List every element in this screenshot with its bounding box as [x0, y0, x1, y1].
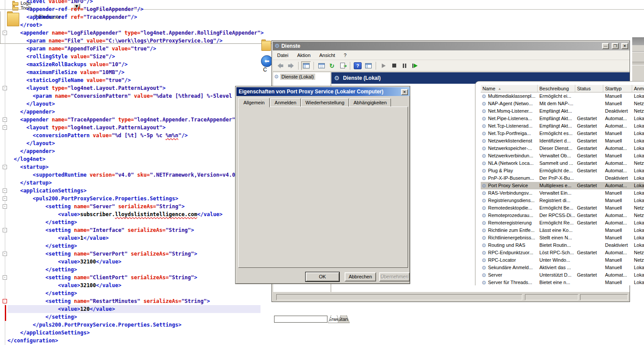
table-row[interactable]: ⚙Multimediaklassenpl...Ermöglicht ei...M… — [481, 92, 644, 100]
show-console-tree-button[interactable] — [301, 61, 311, 70]
fold-collapse-icon[interactable]: - — [3, 252, 7, 256]
fold-collapse-icon[interactable]: - — [3, 204, 7, 209]
start-service-button[interactable] — [379, 61, 388, 70]
abbrechen-button[interactable]: Abbrechen — [345, 272, 376, 281]
pause-service-button[interactable] — [400, 61, 409, 70]
window-titlebar[interactable]: ⚙ Dienste — ❐ ✕ — [273, 42, 630, 50]
table-row[interactable]: ⚙Richtlinie zum Entfe...Lässt eine Ko...… — [481, 227, 644, 234]
code-line[interactable]: <level value="INFO"/> — [1, 0, 327, 5]
fold-collapse-icon[interactable]: - — [3, 165, 7, 169]
table-row[interactable]: ⚙Registrierungsdiens...Registriert di...… — [481, 197, 644, 204]
properties-button[interactable] — [317, 61, 326, 70]
column-header-beschreibung[interactable]: Beschreibung — [538, 85, 575, 92]
fold-collapse-icon[interactable]: - — [3, 275, 7, 280]
tab-wiederherstellung[interactable]: Wiederherstellung — [301, 98, 349, 107]
details-header-title: Dienste (Lokal) — [343, 75, 381, 81]
menu-ansicht[interactable]: Ansicht — [315, 51, 339, 59]
forward-button[interactable] — [286, 61, 296, 70]
bottom-left-input[interactable] — [274, 316, 327, 323]
tab-standard[interactable]: Standard — [338, 315, 350, 323]
fold-collapse-icon[interactable]: - — [3, 189, 7, 193]
table-row[interactable]: ⚙Net.Tcp-Listenerad...Empfängt Akt...Ges… — [481, 122, 644, 130]
fold-collapse-icon[interactable]: - — [3, 125, 7, 130]
change-marker — [5, 313, 6, 321]
table-cell: Manuell — [603, 197, 632, 204]
table-row[interactable]: ⚙NLA (Network Loca...Sammelt und ...Gest… — [481, 160, 644, 167]
table-row[interactable]: ⚙Port Proxy ServiceMultiplexes e...Gesta… — [481, 182, 644, 189]
fold-collapse-icon[interactable]: - — [3, 117, 7, 122]
menu-hilfe[interactable]: ? — [339, 51, 351, 59]
table-row[interactable]: ⚙Plug & PlayErmöglicht de...GestartetAut… — [481, 167, 644, 174]
code-line[interactable]: - <appender name="LogFileAppender" type=… — [1, 29, 327, 37]
table-row[interactable]: ⚙RemoteregistrierungErmöglicht Re...Gest… — [481, 219, 644, 227]
close-button[interactable]: ✕ — [621, 43, 628, 49]
column-header-name[interactable]: Name▲ — [481, 85, 538, 92]
table-cell: Automat... — [603, 212, 632, 219]
restart-service-button[interactable] — [410, 61, 420, 70]
table-row[interactable]: ⚙Sekundäre Anmeld...Aktiviert das ...Man… — [481, 264, 644, 271]
uebernehmen-button[interactable]: Übernehmen — [379, 272, 410, 281]
table-cell — [575, 242, 603, 249]
table-row[interactable]: ⚙ServerUnterstützt D...GestartetAutomat.… — [481, 271, 644, 279]
column-header-status[interactable]: Status — [575, 85, 603, 92]
tree-item-dienste-lokal[interactable]: ⚙ Dienste (Lokal) — [273, 72, 331, 81]
stop-service-button[interactable] — [389, 61, 399, 70]
fold-collapse-icon[interactable]: - — [3, 228, 7, 232]
table-row[interactable]: ⚙Remotedesktopdie...Ermöglicht Be...Gest… — [481, 204, 644, 212]
table-row[interactable]: ⚙Netzwerkspeicher-...Dieser Dienst...Ges… — [481, 145, 644, 152]
table-row[interactable]: ⚙PnP-X-IP-Busenum...Der PnP-X-Bu...Deakt… — [481, 174, 644, 182]
table-row[interactable]: ⚙Richtlinienergebniss...Stellt einen N..… — [481, 234, 644, 242]
table-row[interactable]: ⚙RAS-Verbindungsv...Verwaltet Ein...Manu… — [481, 189, 644, 197]
name-cell: ⚙Multimediaklassenpl... — [481, 92, 538, 100]
fold-collapse-icon[interactable]: - — [3, 196, 7, 201]
tab-allgemein[interactable]: Allgemein — [238, 98, 270, 107]
code-line[interactable]: <appender-ref ref="TraceAppender"/> — [1, 13, 327, 21]
code-line[interactable]: </configuration> — [1, 337, 327, 345]
table-row[interactable]: ⚙Net.Msmq-Listener...Empfängt Akt...Deak… — [481, 107, 644, 115]
service-name: Net.Pipe-Listenera... — [488, 115, 532, 122]
table-row[interactable]: ⚙Netzwerkverbindun...Verwaltet Ob...Gest… — [481, 152, 644, 160]
table-row[interactable]: ⚙Remoteprozedurau...Der RPCSS-Di...Gesta… — [481, 212, 644, 219]
table-row[interactable]: ⚙Routing und RASBietet Routin...Deaktivi… — [481, 242, 644, 249]
menu-datei[interactable]: Datei — [273, 51, 293, 59]
tab-anmelden[interactable]: Anmelden — [270, 98, 301, 107]
explorer-back-button[interactable]: ⬅ — [261, 55, 273, 67]
export-list-button[interactable]: ➜ — [338, 61, 347, 70]
back-button[interactable] — [275, 61, 285, 70]
code-line[interactable]: <value>120</value> — [1, 305, 327, 313]
table-row[interactable]: ⚙RPC-LocatorUnter Windo...ManuellNetzwer… — [481, 256, 644, 264]
code-line[interactable]: </applicationSettings> — [1, 329, 327, 337]
fold-collapse-icon[interactable]: - — [3, 299, 7, 303]
menu-aktion[interactable]: Aktion — [293, 51, 315, 59]
code-line[interactable]: </root> — [1, 21, 327, 29]
table-cell: Multiplexes e... — [538, 182, 575, 189]
help-button[interactable]: ? — [353, 61, 362, 70]
table-row[interactable]: ⚙Net.Pipe-Listenera...Empfängt Akt...Ges… — [481, 115, 644, 122]
fold-collapse-icon[interactable]: - — [3, 31, 7, 35]
service-gear-icon: ⚙ — [482, 273, 486, 278]
tab-abhaengigkeiten[interactable]: Abhängigkeiten — [349, 98, 391, 107]
name-cell: ⚙Richtlinienergebniss... — [481, 234, 538, 242]
table-cell: Automat... — [603, 182, 632, 189]
toolbar: ↻ ➜ ? — [273, 60, 630, 71]
table-row[interactable]: ⚙Net.Tcp-Portfreiga...Ermöglicht es...Ge… — [481, 130, 644, 137]
column-header-anmelden-als[interactable]: Anmelden als — [632, 85, 644, 92]
extended-view-button[interactable] — [363, 61, 373, 70]
ok-button[interactable]: OK — [306, 272, 339, 281]
table-row[interactable]: ⚙RPC-Endpunktzuor...Löst RPC-Sch...Gesta… — [481, 249, 644, 256]
table-row[interactable]: ⚙NetzwerklistendienstIdentifiziert d...G… — [481, 137, 644, 145]
editor-gutter — [1, 76, 7, 84]
maximize-button[interactable]: ❐ — [612, 43, 619, 49]
services-list: ⚙Multimediaklassenpl...Ermöglicht ei...M… — [481, 92, 644, 285]
code-line[interactable]: <appender-ref ref="LogFileAppender"/> — [1, 5, 327, 13]
column-header-starttyp[interactable]: Starttyp — [603, 85, 632, 92]
name-cell: ⚙RAS-Verbindungsv... — [481, 189, 538, 197]
table-row[interactable]: ⚙Server für Threads...Bietet eine n...Ma… — [481, 279, 644, 285]
close-button[interactable]: ✕ — [401, 89, 408, 95]
explorer-folder-icon — [261, 39, 271, 51]
table-row[interactable]: ⚙NAP-Agent (Netwo...Mit dem NAP-...Manue… — [481, 100, 644, 107]
minimize-button[interactable]: — — [602, 43, 609, 49]
dialog-titlebar[interactable]: Eigenschaften von Port Proxy Service (Lo… — [236, 87, 410, 96]
refresh-button[interactable]: ↻ — [327, 61, 337, 70]
fold-collapse-icon[interactable]: - — [3, 86, 7, 90]
